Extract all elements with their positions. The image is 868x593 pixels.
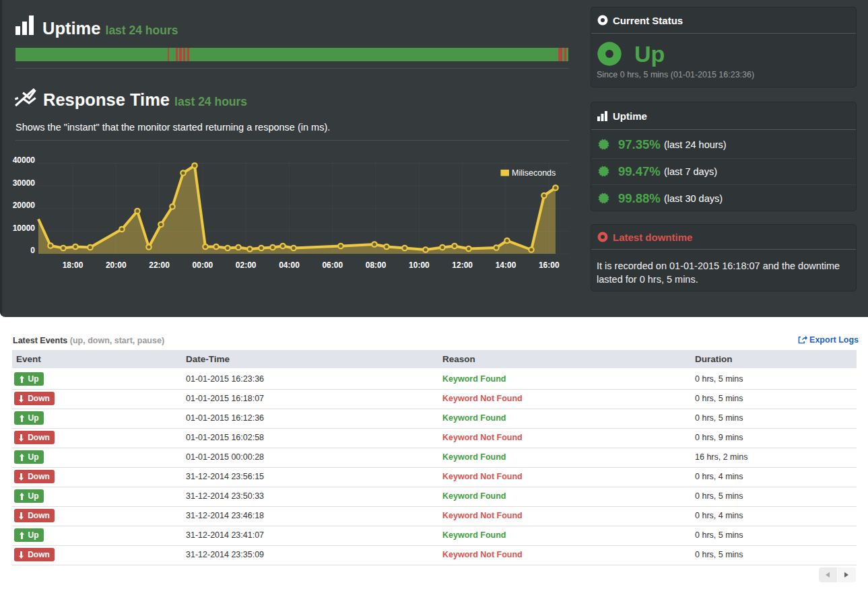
svg-text:06:00: 06:00 xyxy=(322,260,343,270)
svg-text:22:00: 22:00 xyxy=(149,260,170,270)
svg-text:14:00: 14:00 xyxy=(496,260,516,270)
svg-text:40000: 40000 xyxy=(13,155,36,165)
svg-text:16:00: 16:00 xyxy=(539,260,560,270)
svg-text:30000: 30000 xyxy=(13,178,36,188)
svg-text:04:00: 04:00 xyxy=(279,260,300,270)
svg-text:08:00: 08:00 xyxy=(366,260,387,270)
svg-text:18:00: 18:00 xyxy=(63,260,84,270)
svg-text:10000: 10000 xyxy=(13,223,36,233)
svg-text:20000: 20000 xyxy=(13,201,36,210)
svg-text:0: 0 xyxy=(30,246,35,255)
svg-text:20:00: 20:00 xyxy=(106,260,127,270)
svg-text:12:00: 12:00 xyxy=(452,260,473,270)
svg-text:10:00: 10:00 xyxy=(409,260,430,270)
svg-text:Miliseconds: Miliseconds xyxy=(512,168,556,178)
svg-text:02:00: 02:00 xyxy=(236,260,257,270)
svg-text:00:00: 00:00 xyxy=(193,260,213,270)
